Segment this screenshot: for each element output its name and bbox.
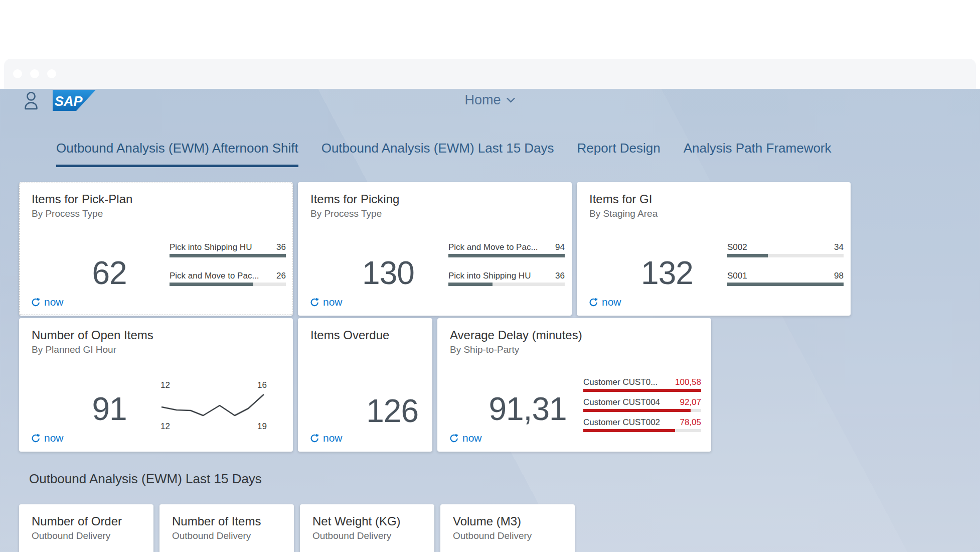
bar-value: 26: [276, 271, 286, 281]
bar-fill: [448, 254, 565, 257]
bar-track: [448, 254, 565, 257]
bar-label: Customer CUST004: [583, 397, 660, 407]
tab-report-design[interactable]: Report Design: [577, 141, 661, 167]
tile-title: Items for Pick-Plan: [32, 192, 132, 206]
kpi-value: 132: [592, 254, 742, 292]
line-chart-top-left-label: 12: [160, 380, 170, 390]
tile-volume[interactable]: Volume (M3) Outbound Delivery: [440, 504, 575, 552]
comparison-row: S002 34: [727, 242, 844, 257]
refresh-button[interactable]: now: [589, 296, 621, 308]
bar-value: 92,07: [680, 397, 701, 407]
comparison-row: Customer CUST004 92,07: [583, 397, 701, 412]
refresh-label: now: [323, 296, 343, 308]
bar-track: [583, 389, 701, 392]
home-menu-label: Home: [464, 92, 501, 108]
refresh-label: now: [44, 296, 64, 308]
comparison-chart: Pick and Move to Pac... 94 Pick into Shi…: [448, 242, 565, 286]
window-chrome: [4, 59, 976, 89]
refresh-button[interactable]: now: [310, 432, 343, 444]
bar-fill: [170, 283, 253, 286]
tile-number-of-open-items[interactable]: Number of Open Items By Planned GI Hour …: [19, 318, 293, 452]
app-canvas: SAP Home Outbound Analysis (EWM) Afterno…: [0, 89, 980, 552]
comparison-row: Pick and Move to Pac... 94: [448, 242, 565, 257]
bar-fill: [727, 283, 844, 286]
sap-logo: SAP: [53, 90, 96, 111]
comparison-chart: Customer CUST0... 100,58 Customer CUST00…: [583, 377, 701, 438]
comparison-row: Pick into Shipping HU 36: [170, 242, 286, 257]
tile-subtitle: Outbound Delivery: [312, 530, 391, 541]
refresh-icon: [31, 434, 41, 443]
refresh-button[interactable]: now: [31, 296, 64, 308]
comparison-chart: S002 34 S001 98: [727, 242, 844, 286]
tile-title: Number of Open Items: [32, 328, 153, 342]
bar-track: [170, 254, 286, 257]
tile-number-of-items[interactable]: Number of Items Outbound Delivery: [159, 504, 294, 552]
kpi-value: 130: [313, 254, 463, 292]
tile-items-for-pick-plan[interactable]: Items for Pick-Plan By Process Type 62 P…: [19, 182, 293, 316]
tile-title: Items for Picking: [310, 192, 399, 206]
refresh-label: now: [323, 432, 343, 444]
tile-title: Number of Order: [32, 514, 122, 528]
tile-subtitle: By Ship-to-Party: [450, 344, 519, 355]
bar-value: 100,58: [675, 377, 701, 387]
bar-value: 78,05: [680, 418, 701, 428]
bar-track: [583, 429, 701, 432]
tab-analysis-path-framework[interactable]: Analysis Path Framework: [684, 141, 832, 167]
tile-number-of-order[interactable]: Number of Order Outbound Delivery: [19, 504, 153, 552]
tab-outbound-analysis-afternoon-shift[interactable]: Outbound Analysis (EWM) Afternoon Shift: [56, 141, 298, 167]
window-control-dot: [13, 69, 22, 78]
bar-fill: [727, 254, 768, 257]
bar-label: Pick and Move to Pac...: [170, 271, 259, 281]
refresh-icon: [310, 298, 319, 307]
line-chart: [160, 391, 267, 421]
bar-value: 36: [555, 271, 565, 281]
refresh-button[interactable]: now: [31, 432, 64, 444]
kpi-value: 126: [366, 392, 418, 430]
tab-outbound-analysis-last-15-days[interactable]: Outbound Analysis (EWM) Last 15 Days: [321, 141, 554, 167]
bar-track: [170, 283, 286, 286]
line-chart-bottom-right-label: 19: [257, 422, 267, 432]
bar-value: 34: [834, 242, 844, 252]
window-control-dot: [30, 69, 39, 78]
refresh-label: now: [602, 296, 621, 308]
refresh-button[interactable]: now: [310, 296, 343, 308]
tile-subtitle: Outbound Delivery: [32, 530, 110, 541]
tile-subtitle: By Staging Area: [589, 208, 658, 219]
comparison-row: Pick into Shipping HU 36: [448, 271, 565, 286]
tile-items-for-gi[interactable]: Items for GI By Staging Area 132 S002 34…: [577, 182, 851, 316]
tile-items-overdue[interactable]: Items Overdue 126 now: [298, 318, 432, 452]
bar-fill: [583, 429, 675, 432]
tile-net-weight[interactable]: Net Weight (KG) Outbound Delivery: [300, 504, 434, 552]
bar-fill: [583, 409, 691, 412]
line-chart-bottom-left-label: 12: [160, 422, 170, 432]
bar-label: Pick into Shipping HU: [448, 271, 531, 281]
bar-label: Pick into Shipping HU: [170, 242, 252, 252]
comparison-row: Pick and Move to Pac... 26: [170, 271, 286, 286]
bar-value: 36: [276, 242, 286, 252]
tile-average-delay[interactable]: Average Delay (minutes) By Ship-to-Party…: [437, 318, 711, 452]
sap-logo-text: SAP: [55, 94, 83, 109]
tile-subtitle: By Process Type: [32, 208, 103, 219]
home-menu-button[interactable]: Home: [464, 92, 515, 108]
section-title: Outbound Analysis (EWM) Last 15 Days: [29, 471, 262, 487]
refresh-icon: [589, 298, 598, 307]
user-avatar-icon[interactable]: [23, 91, 39, 110]
refresh-icon: [310, 434, 319, 443]
window-control-dot: [47, 69, 56, 78]
comparison-row: Customer CUST002 78,05: [583, 418, 701, 432]
tile-items-for-picking[interactable]: Items for Picking By Process Type 130 Pi…: [298, 182, 572, 316]
bar-value: 98: [834, 271, 844, 281]
refresh-label: now: [44, 432, 64, 444]
bar-fill: [583, 389, 701, 392]
bar-label: S002: [727, 242, 747, 252]
refresh-icon: [31, 298, 41, 307]
anchor-tab-bar: Outbound Analysis (EWM) Afternoon Shift …: [56, 141, 832, 167]
line-chart-top-right-label: 16: [257, 380, 267, 390]
bar-track: [727, 254, 844, 257]
comparison-row: S001 98: [727, 271, 844, 286]
refresh-label: now: [462, 432, 482, 444]
refresh-button[interactable]: now: [449, 432, 482, 444]
bar-label: Pick and Move to Pac...: [448, 242, 538, 252]
bar-track: [727, 283, 844, 286]
comparison-row: Customer CUST0... 100,58: [583, 377, 701, 392]
